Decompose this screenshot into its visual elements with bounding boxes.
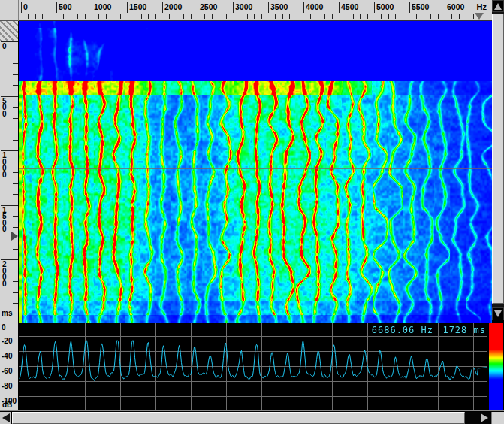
hz-major-tick [127, 2, 128, 13]
hz-minor-tick [451, 14, 452, 19]
db-ruler-label: -100 [2, 397, 17, 405]
hz-minor-tick [35, 14, 36, 19]
frequency-readout: 6686.06 Hz [372, 325, 433, 335]
hz-major-tick [268, 2, 269, 13]
hz-major-tick [303, 2, 304, 13]
horizontal-scrollbar-track[interactable] [465, 412, 478, 424]
hz-minor-tick [169, 14, 170, 19]
frequency-unit-label: Hz [477, 2, 487, 11]
hz-minor-tick [50, 14, 50, 19]
time-readout: 1728 ms [442, 325, 486, 335]
up-arrow-icon [494, 3, 502, 10]
horizontal-scrollbar-thumb[interactable] [12, 412, 465, 424]
hz-minor-tick [395, 14, 396, 19]
ms-minor-tick [13, 238, 18, 238]
down-arrow-icon [494, 310, 502, 317]
hz-minor-tick [106, 14, 107, 19]
left-arrow-icon [2, 413, 10, 422]
ms-minor-tick [13, 183, 18, 184]
hz-minor-tick [346, 14, 346, 19]
ruler-corner-box [0, 0, 19, 21]
scroll-up-button[interactable] [492, 0, 504, 12]
hz-minor-tick [388, 14, 389, 19]
hz-minor-tick [289, 14, 290, 19]
ms-ruler-label: 5 0 0 [2, 98, 7, 118]
hz-minor-tick [261, 14, 262, 19]
ms-minor-tick [13, 107, 18, 108]
hz-ruler-label: 3000 [235, 2, 252, 11]
ms-minor-tick [13, 85, 18, 86]
db-ruler-label: -20 [2, 337, 12, 345]
hz-minor-tick [466, 14, 466, 19]
hz-minor-tick [204, 14, 205, 19]
hz-minor-tick [381, 14, 382, 19]
ms-minor-tick [13, 63, 18, 64]
ms-minor-tick [13, 172, 18, 173]
time-ruler: ms 05 0 01 0 0 01 5 0 02 0 0 0 [0, 21, 19, 323]
hz-minor-tick [424, 14, 424, 19]
hz-minor-tick [120, 14, 121, 19]
db-ruler-label: -40 [2, 352, 12, 360]
hz-major-tick [374, 2, 375, 13]
hz-minor-tick [85, 14, 86, 19]
hz-minor-tick [416, 14, 417, 19]
ms-minor-tick [13, 140, 18, 141]
hz-ruler-label: 2500 [200, 2, 217, 11]
hz-minor-tick [367, 14, 368, 19]
hz-minor-tick [177, 14, 177, 19]
time-unit-label: ms [2, 309, 12, 317]
scroll-right-button[interactable] [478, 412, 490, 424]
horizontal-scrollbar[interactable] [0, 410, 504, 424]
hz-minor-tick [148, 14, 149, 19]
hz-ruler-label: 3500 [270, 2, 288, 11]
spectrum-canvas [19, 323, 487, 410]
db-ruler-label: 0 [2, 323, 6, 332]
hz-major-tick [339, 2, 340, 13]
ms-minor-tick [13, 216, 18, 217]
hz-ruler-label: 1000 [94, 2, 111, 11]
vertical-scrollbar-thumb[interactable] [492, 14, 504, 304]
hz-minor-tick [324, 14, 325, 19]
hz-minor-tick [28, 14, 29, 19]
hz-minor-tick [438, 14, 439, 19]
frequency-cursor-marker-icon [475, 13, 484, 20]
hz-minor-tick [297, 14, 297, 19]
hz-minor-tick [226, 14, 227, 19]
hz-major-tick [445, 2, 445, 13]
db-ruler-label: -60 [2, 367, 12, 375]
hz-minor-tick [310, 14, 311, 19]
hz-major-tick [92, 2, 92, 13]
hz-ruler-label: 6000 [447, 2, 464, 11]
spectrum-plot-area: 6686.06 Hz 1728 ms [19, 323, 487, 410]
hz-minor-tick [63, 14, 64, 19]
scroll-down-button[interactable] [492, 307, 504, 320]
hz-major-tick [162, 2, 163, 13]
vertical-scrollbar[interactable] [492, 0, 504, 320]
hz-minor-tick [247, 14, 248, 19]
hz-minor-tick [134, 14, 134, 19]
hz-minor-tick [318, 14, 318, 19]
hz-minor-tick [113, 14, 113, 19]
hz-ruler-label: 1500 [129, 2, 146, 11]
hz-minor-tick [98, 14, 99, 19]
hz-minor-tick [332, 14, 333, 19]
hz-ruler-label: 5500 [412, 2, 429, 11]
ms-ruler-label: 1 0 0 0 [2, 153, 7, 178]
hz-minor-tick [141, 14, 142, 19]
ms-minor-tick [13, 162, 18, 162]
hz-minor-tick [403, 14, 403, 19]
frequency-ruler: Hz 0500100015002000250030003500400045005… [19, 0, 492, 21]
hz-minor-tick [219, 14, 219, 19]
hz-major-tick [198, 2, 198, 13]
hz-minor-tick [191, 14, 192, 19]
hz-ruler-label: 5000 [376, 2, 394, 11]
hz-minor-tick [353, 14, 354, 19]
scrollbar-corner [491, 412, 504, 424]
hz-minor-tick [282, 14, 283, 19]
scroll-left-button[interactable] [0, 412, 11, 424]
ms-minor-tick [13, 194, 18, 195]
db-ruler: dB 0-20-40-60-80-100 [0, 323, 19, 410]
hz-ruler-label: 2000 [164, 2, 182, 11]
spectrogram-canvas[interactable] [19, 21, 492, 323]
hz-minor-tick [430, 14, 431, 19]
